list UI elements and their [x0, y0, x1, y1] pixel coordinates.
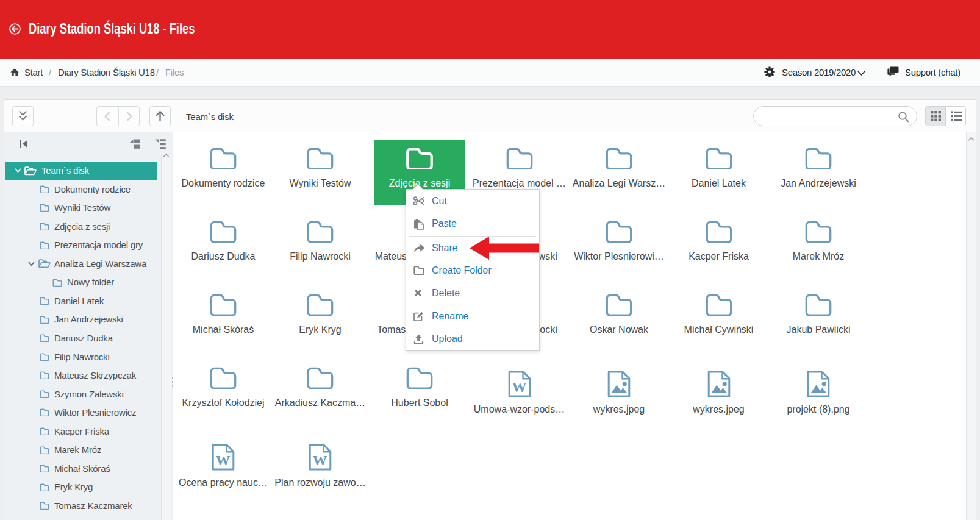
- svg-text:W: W: [216, 452, 231, 468]
- svg-text:W: W: [313, 452, 327, 468]
- svg-text:W: W: [512, 379, 526, 395]
